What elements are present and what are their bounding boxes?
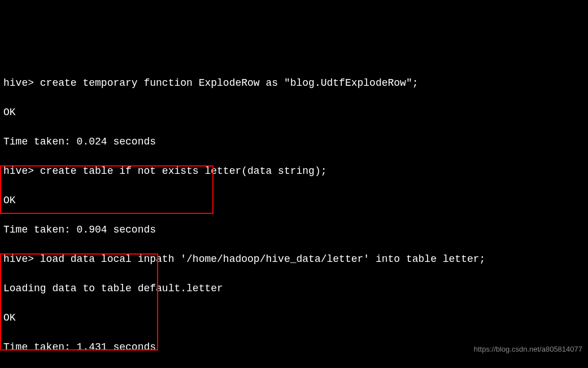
command-text: load data local inpath '/home/hadoop/hiv… — [40, 253, 486, 265]
command-text: create table if not exists letter(data s… — [40, 165, 327, 177]
output-loading: Loading data to table default.letter — [3, 281, 585, 296]
command-text: create temporary function ExplodeRow as … — [40, 77, 419, 89]
output-ok: OK — [3, 310, 585, 325]
output-time: Time taken: 0.904 seconds — [3, 222, 585, 237]
hive-prompt: hive> — [3, 253, 40, 265]
output-ok: OK — [3, 193, 585, 208]
terminal-line: hive> create table if not exists letter(… — [3, 164, 585, 178]
output-time: Time taken: 0.024 seconds — [3, 134, 585, 149]
output-ok: OK — [3, 105, 585, 120]
terminal-line: hive> create temporary function ExplodeR… — [3, 76, 585, 90]
hive-prompt: hive> — [3, 77, 40, 89]
terminal-line: hive> load data local inpath '/home/hado… — [3, 252, 585, 266]
terminal-output[interactable]: hive> create temporary function ExplodeR… — [3, 61, 585, 368]
hive-prompt: hive> — [3, 165, 40, 177]
watermark-text: https://blog.csdn.net/a805814077 — [474, 342, 582, 357]
